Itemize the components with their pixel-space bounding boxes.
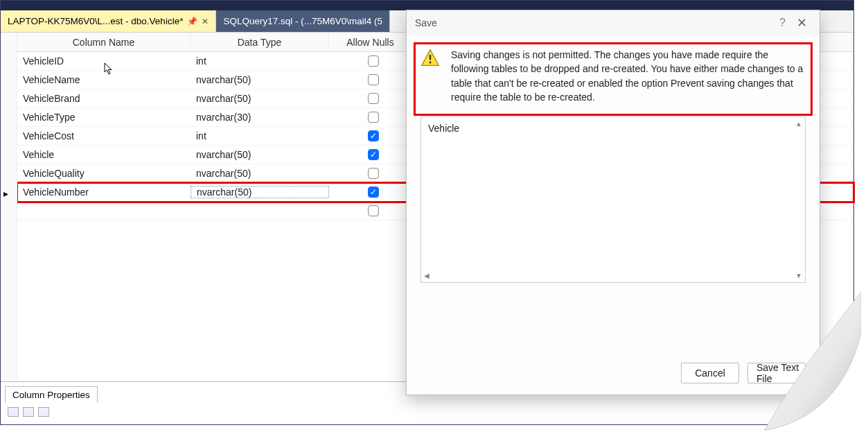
row-gutter: ▸ [1, 33, 17, 381]
allow-nulls-checkbox[interactable] [368, 112, 379, 123]
cell-data-type[interactable]: nvarchar(50) [191, 186, 329, 198]
cell-data-type[interactable]: int [191, 130, 329, 141]
tab-active-label: LAPTOP-KK75M6V0\L...est - dbo.Vehicle* [8, 16, 183, 26]
cell-allow-nulls[interactable] [329, 187, 412, 198]
alphabetical-icon[interactable] [23, 407, 34, 417]
cell-column-name[interactable]: VehicleQuality [17, 168, 191, 179]
cell-data-type[interactable]: nvarchar(50) [191, 149, 329, 160]
cell-data-type[interactable]: nvarchar(30) [191, 112, 329, 123]
cell-column-name[interactable]: Vehicle [17, 149, 191, 160]
cell-column-name[interactable]: VehicleType [17, 112, 191, 123]
titlebar [1, 1, 853, 10]
allow-nulls-checkbox[interactable] [368, 205, 379, 216]
cell-data-type[interactable]: nvarchar(50) [191, 74, 329, 85]
categorized-icon[interactable] [8, 407, 19, 417]
help-icon[interactable]: ? [772, 17, 792, 29]
cell-column-name[interactable]: VehicleName [17, 74, 191, 85]
allow-nulls-checkbox[interactable] [368, 93, 379, 104]
cell-allow-nulls[interactable] [329, 55, 412, 67]
dialog-body: Saving changes is not permitted. The cha… [407, 35, 820, 283]
dialog-title: Save [415, 17, 437, 28]
warning-icon [420, 48, 440, 67]
cell-data-type[interactable]: nvarchar(50) [191, 168, 329, 179]
cell-column-name[interactable]: VehicleNumber [17, 187, 191, 198]
allow-nulls-checkbox[interactable] [368, 74, 379, 85]
allow-nulls-checkbox[interactable] [368, 168, 379, 179]
allow-nulls-checkbox[interactable] [368, 187, 379, 198]
header-data-type[interactable]: Data Type [191, 33, 329, 51]
header-column-name[interactable]: Column Name [17, 33, 191, 51]
cell-column-name[interactable]: VehicleBrand [17, 93, 191, 104]
tab-inactive-label: SQLQuery17.sql - (...75M6V0\mail4 (5 [223, 16, 382, 26]
tab-inactive[interactable]: SQLQuery17.sql - (...75M6V0\mail4 (5 [216, 10, 390, 32]
dialog-titlebar[interactable]: Save ? ✕ [407, 10, 820, 35]
allow-nulls-checkbox[interactable] [368, 130, 379, 141]
tab-active[interactable]: LAPTOP-KK75M6V0\L...est - dbo.Vehicle* 📌… [1, 10, 216, 32]
cell-data-type[interactable]: int [191, 55, 329, 67]
scroll-left-icon[interactable]: ◀ [424, 272, 429, 279]
column-properties-tab[interactable]: Column Properties [5, 386, 98, 403]
cell-allow-nulls[interactable] [329, 168, 412, 179]
cell-allow-nulls[interactable] [329, 74, 412, 85]
close-icon[interactable]: ✕ [202, 17, 209, 26]
properties-icon[interactable] [38, 407, 49, 417]
scroll-down-icon[interactable]: ▼ [795, 272, 802, 279]
save-dialog: Save ? ✕ Saving changes is not permitted… [406, 10, 820, 395]
cell-allow-nulls[interactable] [329, 205, 412, 216]
svg-point-1 [429, 61, 431, 63]
cell-allow-nulls[interactable] [329, 112, 412, 123]
list-item: Vehicle [428, 123, 459, 134]
cell-allow-nulls[interactable] [329, 93, 412, 104]
allow-nulls-checkbox[interactable] [368, 149, 379, 160]
save-text-file-button[interactable]: Save Text File [747, 363, 806, 383]
dialog-message: Saving changes is not permitted. The cha… [451, 48, 806, 104]
cell-column-name[interactable]: VehicleCost [17, 130, 191, 141]
cancel-button[interactable]: Cancel [681, 363, 739, 383]
pin-icon[interactable]: 📌 [187, 17, 197, 26]
header-allow-nulls[interactable]: Allow Nulls [329, 33, 412, 51]
properties-toolbar [8, 407, 853, 417]
current-row-marker-icon: ▸ [3, 188, 8, 199]
cell-allow-nulls[interactable] [329, 149, 412, 160]
scroll-up-icon[interactable]: ▲ [795, 120, 802, 128]
dialog-close-icon[interactable]: ✕ [792, 15, 811, 31]
cell-data-type[interactable]: nvarchar(50) [191, 93, 329, 104]
cell-allow-nulls[interactable] [329, 130, 412, 141]
allow-nulls-checkbox[interactable] [368, 55, 379, 67]
dialog-buttons: Cancel Save Text File [681, 363, 806, 383]
svg-rect-0 [429, 55, 431, 60]
cell-column-name[interactable]: VehicleID [17, 55, 191, 67]
affected-tables-list[interactable]: Vehicle ▲ ▼ ◀ [420, 116, 806, 283]
